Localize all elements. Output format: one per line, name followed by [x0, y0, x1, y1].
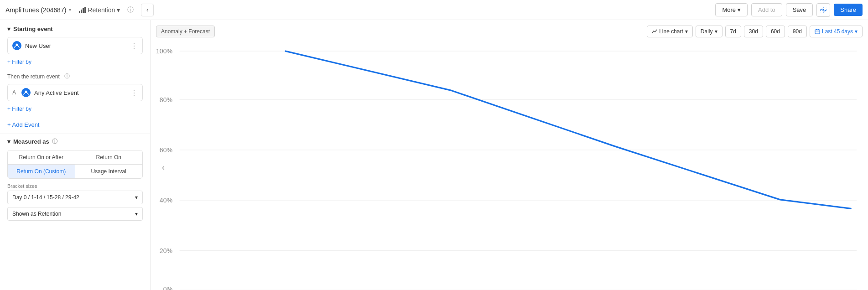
topbar-right: More ▾ Add to Save Share: [715, 3, 863, 17]
tab-return-on-custom[interactable]: Return On (Custom): [8, 165, 75, 178]
retention-icon: [78, 6, 86, 14]
new-user-badge: [12, 41, 21, 50]
link-icon: [820, 7, 826, 13]
retention-chart: 100% 80% 60% 40% 20% 0% Day 0 Day 1-14 D…: [156, 43, 863, 290]
svg-text:‹: ‹: [162, 163, 165, 172]
date-range-chevron: ▾: [855, 28, 858, 35]
more-button[interactable]: More ▾: [715, 3, 748, 16]
calendar-icon: [815, 29, 820, 34]
return-event-info[interactable]: ⓘ: [64, 72, 70, 80]
right-panel: Anomaly + Forecast Line chart ▾ Daily ▾ …: [151, 20, 868, 290]
chart-toolbar: Anomaly + Forecast Line chart ▾ Daily ▾ …: [156, 26, 863, 37]
filter-by-1[interactable]: + Filter by: [7, 57, 143, 67]
date-range-selector[interactable]: Last 45 days ▾: [810, 26, 863, 37]
tab-return-on[interactable]: Return On: [75, 150, 143, 165]
event-menu-dots-2[interactable]: ⋮: [130, 88, 138, 97]
svg-text:80%: 80%: [160, 96, 173, 104]
anomaly-forecast-button[interactable]: Anomaly + Forecast: [156, 26, 215, 37]
divider: [0, 134, 150, 134]
svg-rect-6: [815, 30, 820, 34]
info-icon[interactable]: ⓘ: [127, 6, 134, 14]
svg-text:100%: 100%: [156, 47, 172, 55]
event-menu-dots[interactable]: ⋮: [130, 41, 138, 50]
return-event-label: Then the return event: [7, 73, 60, 80]
chart-container: 100% 80% 60% 40% 20% 0% Day 0 Day 1-14 D…: [156, 43, 863, 290]
active-event-badge: [21, 88, 31, 97]
report-type-selector[interactable]: Retention ▾: [78, 6, 120, 14]
line-chart-icon: [652, 29, 657, 34]
save-button[interactable]: Save: [786, 3, 813, 16]
return-event-header: Then the return event ⓘ: [7, 72, 143, 80]
svg-rect-1: [81, 10, 82, 13]
measured-as-header[interactable]: ▾ Measured as ⓘ: [7, 138, 143, 145]
period-7d-button[interactable]: 7d: [725, 26, 741, 37]
measured-as-section: ▾ Measured as ⓘ Return On or After Retur…: [0, 138, 150, 229]
bracket-sizes-select[interactable]: Day 0 / 1-14 / 15-28 / 29-42 ▾: [7, 191, 143, 204]
add-event-button[interactable]: + Add Event: [0, 119, 150, 130]
new-user-event-card: New User ⋮: [7, 37, 143, 54]
app-chevron: ▾: [69, 7, 71, 12]
bracket-sizes-label: Bracket sizes: [7, 183, 143, 189]
starting-event-header[interactable]: ▾ Starting event: [7, 26, 143, 32]
event-card-left-2: A Any Active Event: [12, 88, 79, 97]
chart-toolbar-right: Line chart ▾ Daily ▾ 7d 30d 60d 90d: [647, 26, 863, 37]
shown-as-select[interactable]: Shown as Retention ▾: [7, 207, 143, 221]
tab-usage-interval[interactable]: Usage Interval: [75, 165, 143, 178]
event-card-left: New User: [12, 41, 51, 50]
return-event-section: Then the return event ⓘ A Any Active Eve…: [0, 72, 150, 119]
period-60d-button[interactable]: 60d: [766, 26, 785, 37]
period-30d-button[interactable]: 30d: [744, 26, 763, 37]
svg-text:0%: 0%: [163, 285, 173, 290]
main-layout: ▾ Starting event New User ⋮ + Filter by …: [0, 20, 868, 290]
period-chevron: ▾: [715, 28, 717, 35]
svg-text:40%: 40%: [160, 197, 173, 204]
period-daily-selector[interactable]: Daily ▾: [696, 26, 722, 37]
starting-event-label: Starting event: [13, 26, 53, 32]
chart-type-chevron: ▾: [685, 28, 688, 35]
more-chevron: ▾: [738, 6, 741, 13]
filter-by-2[interactable]: + Filter by: [7, 104, 143, 114]
report-chevron: ▾: [117, 6, 120, 14]
measured-as-tabs: Return On or After Return On Return On (…: [7, 150, 143, 179]
svg-text:20%: 20%: [160, 247, 173, 254]
new-user-label: New User: [25, 42, 51, 49]
event-row-a-label: A: [12, 89, 16, 96]
svg-text:60%: 60%: [160, 146, 173, 154]
tab-return-on-or-after[interactable]: Return On or After: [8, 150, 75, 165]
measured-chevron: ▾: [7, 138, 10, 145]
bracket-chevron: ▾: [135, 194, 138, 201]
add-to-button[interactable]: Add to: [751, 3, 782, 16]
topbar-left: AmpliTunes (204687) ▾ Retention ▾ ⓘ ‹: [5, 4, 154, 16]
any-active-event-label: Any Active Event: [34, 89, 79, 96]
link-button[interactable]: [816, 3, 830, 17]
chart-toolbar-left: Anomaly + Forecast: [156, 26, 215, 37]
svg-rect-0: [79, 11, 80, 13]
measured-as-label: Measured as: [13, 138, 49, 145]
starting-event-chevron: ▾: [7, 26, 10, 32]
chart-type-selector[interactable]: Line chart ▾: [647, 26, 693, 37]
shown-as-chevron: ▾: [135, 211, 138, 217]
starting-event-section: ▾ Starting event New User ⋮ + Filter by: [0, 26, 150, 72]
svg-rect-2: [83, 8, 84, 13]
active-event-icon: [23, 90, 29, 95]
app-name: AmpliTunes (204687): [5, 6, 66, 14]
report-name: Retention: [88, 6, 115, 14]
topbar: AmpliTunes (204687) ▾ Retention ▾ ⓘ ‹ Mo…: [0, 0, 868, 20]
user-icon: [14, 43, 20, 48]
left-panel: ▾ Starting event New User ⋮ + Filter by …: [0, 20, 151, 290]
app-selector[interactable]: AmpliTunes (204687) ▾: [5, 6, 71, 14]
collapse-panel-button[interactable]: ‹: [141, 4, 154, 16]
any-active-event-card: A Any Active Event ⋮: [7, 84, 143, 101]
svg-rect-3: [84, 7, 86, 13]
share-button[interactable]: Share: [834, 4, 863, 16]
period-90d-button[interactable]: 90d: [788, 26, 807, 37]
measured-info-icon[interactable]: ⓘ: [52, 138, 57, 145]
